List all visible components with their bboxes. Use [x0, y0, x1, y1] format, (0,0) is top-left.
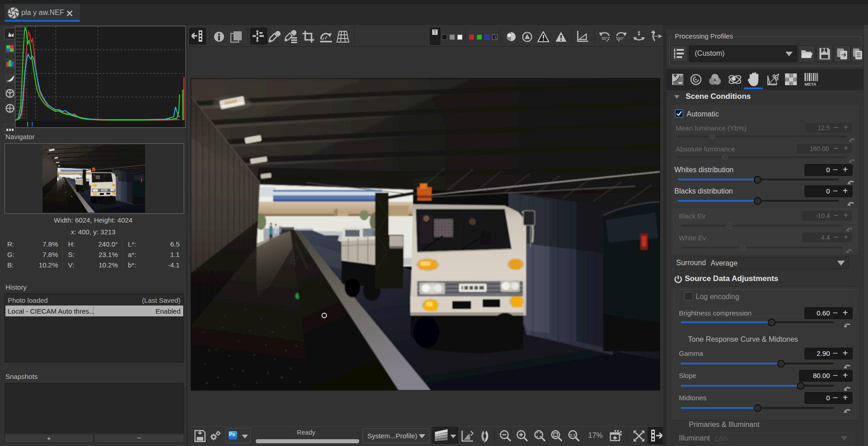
- svg-text:90°: 90°: [602, 36, 608, 41]
- svg-text:T: T: [434, 30, 436, 35]
- svg-text:1:1: 1:1: [570, 433, 575, 437]
- svg-text:META: META: [805, 82, 816, 87]
- svg-text:90°: 90°: [618, 36, 624, 41]
